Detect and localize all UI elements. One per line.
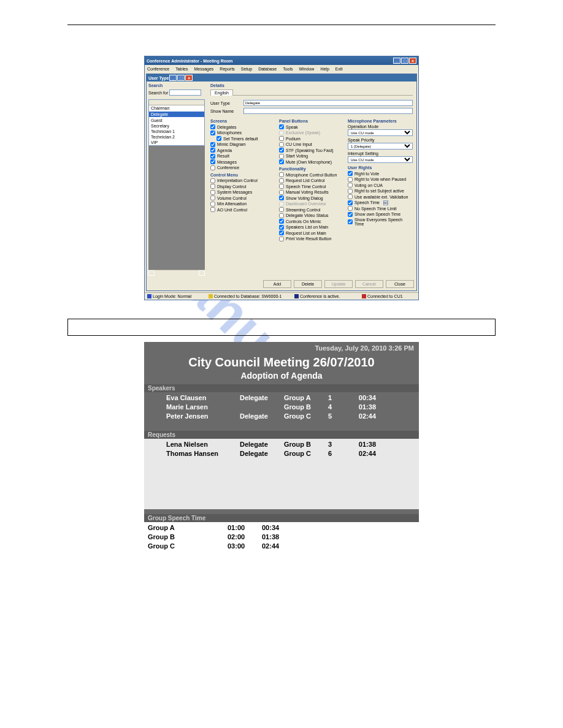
add-button[interactable]: Add	[263, 280, 291, 288]
panel-checkbox[interactable]	[279, 136, 284, 141]
minimize-icon[interactable]: _	[393, 58, 400, 64]
control-checkbox[interactable]	[210, 184, 215, 189]
maximize-icon[interactable]: □	[401, 58, 408, 64]
speakers-header: Speakers	[144, 384, 419, 392]
func-checkbox[interactable]	[279, 172, 284, 177]
rights-checkbox[interactable]	[348, 183, 353, 188]
panel-checkbox[interactable]	[279, 124, 284, 129]
panel-checkbox[interactable]	[279, 131, 284, 135]
menu-database[interactable]: Database	[258, 67, 277, 71]
menu-tools[interactable]: Tools	[283, 67, 293, 71]
menu-messages[interactable]: Messages	[194, 67, 213, 71]
control-checkbox[interactable]	[210, 202, 215, 207]
menu-tables[interactable]: Tables	[175, 67, 188, 71]
list-item[interactable]: Technician 1	[149, 129, 204, 134]
func-checkbox[interactable]	[279, 190, 284, 195]
show-name-field[interactable]	[243, 108, 413, 114]
search-input[interactable]	[169, 89, 201, 96]
horizontal-scrollbar[interactable]	[148, 270, 205, 276]
rights-checkbox[interactable]	[348, 171, 353, 176]
screens-checkbox[interactable]	[210, 165, 215, 170]
sub-maximize-icon[interactable]: □	[177, 75, 185, 81]
func-checkbox[interactable]	[279, 202, 284, 207]
func-row: Speech Time Control	[279, 184, 344, 189]
menu-reports[interactable]: Reports	[220, 67, 235, 71]
panel-row: Speak	[279, 124, 344, 129]
func-checkbox[interactable]	[279, 178, 284, 183]
func-checkbox[interactable]	[279, 213, 284, 218]
delete-button[interactable]: Delete	[294, 280, 322, 288]
cancel-button[interactable]: Cancel	[355, 280, 383, 288]
screens-checkbox[interactable]	[210, 142, 215, 147]
rights-row: Voting on CUA	[348, 183, 413, 188]
panel-row: CU Line Input	[279, 142, 344, 147]
list-item[interactable]: Guest	[149, 118, 204, 123]
speak-priority-select[interactable]: 1 (Delegate)	[348, 143, 413, 150]
rights-checkbox[interactable]	[348, 206, 353, 211]
panel-checkbox[interactable]	[279, 148, 284, 153]
scroll-right-icon[interactable]	[199, 270, 205, 276]
list-item[interactable]: Delegate	[149, 112, 204, 117]
func-checkbox[interactable]	[279, 219, 284, 224]
screens-checkbox[interactable]	[210, 159, 215, 164]
search-label: Search for	[148, 91, 168, 95]
list-item[interactable]: VIP	[149, 140, 204, 145]
display-datetime: Tuesday, July 20, 2010 3:26 PM	[144, 342, 419, 354]
rights-checkbox[interactable]	[348, 189, 353, 194]
screens-checkbox[interactable]	[216, 136, 221, 141]
func-checkbox[interactable]	[279, 184, 284, 189]
panel-checkbox[interactable]	[279, 142, 284, 147]
menu-setup[interactable]: Setup	[241, 67, 252, 71]
control-checkbox[interactable]	[210, 207, 215, 212]
rights-checkbox[interactable]	[348, 212, 353, 217]
screens-checkbox[interactable]	[210, 124, 215, 129]
func-checkbox[interactable]	[279, 207, 284, 212]
menu-help[interactable]: Help	[320, 67, 329, 71]
panel-checkbox[interactable]	[279, 154, 284, 159]
control-checkbox[interactable]	[210, 178, 215, 183]
op-mode-select[interactable]: Use CU mode	[348, 129, 413, 136]
func-checkbox[interactable]	[279, 230, 284, 235]
rights-label: Right to Vote when Paused	[354, 177, 406, 181]
screens-checkbox[interactable]	[210, 154, 215, 159]
close-button[interactable]: Close	[386, 280, 414, 288]
user-type-list[interactable]: ChairmanDelegateGuestSecretaryTechnician…	[148, 99, 205, 146]
rights-checkbox[interactable]	[348, 219, 353, 224]
scroll-left-icon[interactable]	[148, 270, 155, 276]
rights-time-input[interactable]	[383, 200, 388, 205]
menu-window[interactable]: Window	[299, 67, 314, 71]
user-type-field[interactable]	[243, 100, 413, 106]
control-checkbox[interactable]	[210, 190, 215, 195]
interrupt-select[interactable]: Use CU mode	[348, 156, 413, 163]
rights-label: Voting on CUA	[354, 183, 383, 188]
screens-checkbox[interactable]	[210, 131, 215, 135]
func-checkbox[interactable]	[279, 237, 284, 241]
control-row: AO Unit Control	[210, 207, 275, 212]
sub-close-icon[interactable]: ×	[185, 75, 193, 81]
list-item[interactable]: Technician 2	[149, 134, 204, 140]
panel-label: Mute (Own Microphone)	[286, 160, 332, 164]
screens-row: Conference	[210, 165, 275, 170]
rights-checkbox[interactable]	[348, 194, 353, 199]
screens-row: Result	[210, 154, 275, 159]
requests-header: Requests	[144, 431, 419, 439]
tab-english[interactable]: English	[210, 89, 233, 96]
func-checkbox[interactable]	[279, 225, 284, 230]
func-row: Delegate Video Status	[279, 213, 344, 218]
func-row: Controls On Mimic	[279, 219, 344, 224]
func-checkbox[interactable]	[279, 195, 284, 200]
display-subtitle: Adoption of Agenda	[144, 371, 419, 381]
panel-checkbox[interactable]	[279, 159, 284, 164]
rights-checkbox[interactable]	[348, 177, 353, 182]
menu-conference[interactable]: Conference	[147, 67, 169, 71]
sub-minimize-icon[interactable]: _	[169, 75, 177, 81]
table-row: Peter JensenDelegateGroup C502:44	[144, 412, 419, 421]
screens-checkbox[interactable]	[210, 148, 215, 153]
control-checkbox[interactable]	[210, 195, 215, 200]
close-icon[interactable]: ×	[409, 58, 416, 64]
rights-checkbox[interactable]	[348, 200, 353, 205]
list-item[interactable]: Secretary	[149, 123, 204, 129]
menu-exit[interactable]: Exit	[335, 67, 343, 71]
update-button[interactable]: Update	[324, 280, 353, 288]
list-item[interactable]: Chairman	[149, 105, 204, 111]
